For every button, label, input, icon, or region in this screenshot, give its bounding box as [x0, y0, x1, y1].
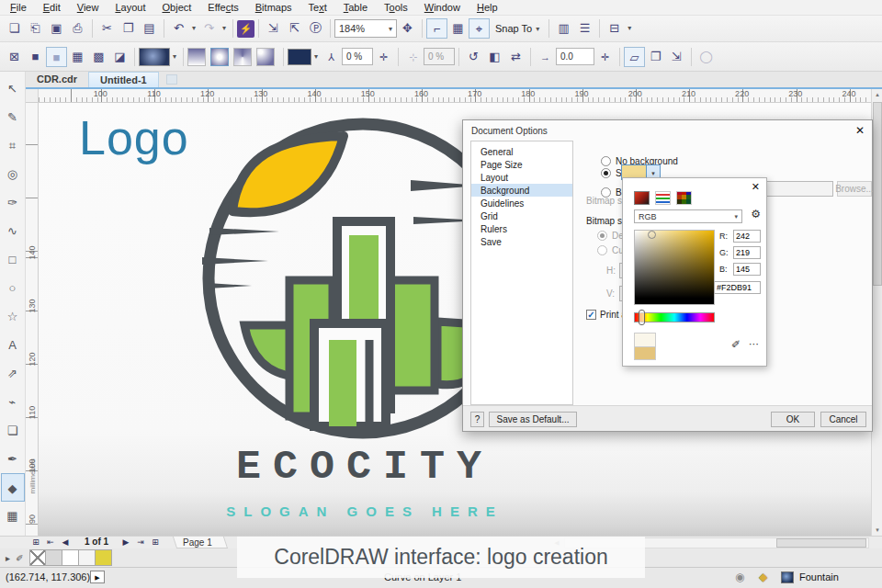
tree-item[interactable]: Save	[471, 235, 572, 248]
r-input[interactable]	[733, 230, 761, 243]
tool-ellipse[interactable]: ○	[1, 274, 25, 302]
palette-swatch[interactable]	[46, 549, 62, 566]
tree-item[interactable]: Page Size	[471, 158, 572, 171]
elliptical-fountain-button[interactable]	[210, 48, 229, 66]
node-color-swatch[interactable]	[288, 49, 311, 65]
no-color-swatch[interactable]	[29, 549, 46, 566]
custom-size-radio[interactable]	[597, 245, 607, 255]
menu-item[interactable]: Bitmaps	[247, 1, 300, 14]
tree-item[interactable]: Background	[471, 184, 572, 197]
horizontal-scroll-thumb[interactable]	[776, 538, 866, 548]
tool-interactive-fill[interactable]: ◆	[1, 473, 25, 502]
texture-fill-button[interactable]: ▩	[88, 47, 109, 67]
color-field-cursor[interactable]	[648, 231, 656, 239]
help-button[interactable]: ?	[470, 412, 484, 427]
color-proof-icon[interactable]: ◉	[735, 571, 744, 583]
tab-cdr[interactable]: CDR.cdr	[26, 72, 88, 87]
zoom-level-combo[interactable]: 184% ▾	[334, 19, 397, 38]
hue-slider-handle[interactable]	[639, 310, 645, 325]
copy-button[interactable]: ❐	[118, 18, 139, 39]
menu-item[interactable]: View	[69, 1, 107, 14]
fill-picker-preview[interactable]	[139, 48, 170, 66]
add-page-start-button[interactable]: ⊞	[29, 537, 42, 548]
menu-item[interactable]: Window	[416, 1, 469, 14]
hex-input[interactable]	[714, 281, 761, 294]
cancel-button[interactable]: Cancel	[820, 412, 866, 427]
dialog-close-icon[interactable]: ✕	[855, 124, 865, 137]
pattern-fill-button[interactable]: ▦	[67, 47, 88, 67]
rotate-fill-button[interactable]: ↺	[463, 47, 484, 67]
object-properties-button[interactable]: ☰	[574, 18, 595, 39]
reverse-fill-button[interactable]: ⇄	[505, 47, 526, 67]
show-guidelines-toggle[interactable]: ⌖	[469, 18, 490, 39]
no-background-radio[interactable]	[601, 156, 611, 166]
menu-item[interactable]: Help	[469, 1, 506, 14]
tool-pick[interactable]: ↖	[1, 74, 25, 103]
tree-item[interactable]: Guidelines	[471, 197, 572, 209]
free-scale-skew-button[interactable]: ▱	[624, 47, 645, 67]
save-as-default-button[interactable]: Save as Default...	[489, 412, 577, 427]
ok-button[interactable]: OK	[771, 412, 815, 427]
app-launcher-icon[interactable]: ⚡	[237, 20, 254, 38]
import-button[interactable]: ⇲	[263, 18, 284, 39]
last-page-button[interactable]: ⇥	[134, 537, 147, 548]
postscript-fill-button[interactable]: ◪	[109, 47, 130, 67]
fountain-fill-button[interactable]: ■	[46, 47, 67, 67]
hue-slider[interactable]	[634, 312, 715, 322]
browse-button[interactable]: Browse...	[837, 181, 872, 197]
tool-polygon[interactable]: ☆	[1, 302, 25, 331]
undo-button[interactable]: ↶	[168, 18, 189, 39]
open-button[interactable]: ⎗	[25, 18, 46, 39]
edit-fill-button[interactable]: ◧	[484, 47, 505, 67]
new-document-button[interactable]: ❏	[4, 18, 25, 39]
status-flyout-button[interactable]: ▶	[90, 571, 105, 583]
tool-crop[interactable]: ⌗	[1, 131, 25, 160]
uniform-fill-button[interactable]: ■	[25, 47, 46, 67]
blend-stepper[interactable]: ✛	[594, 47, 616, 67]
node-color-dropdown[interactable]: ▾	[311, 47, 321, 67]
smear-button[interactable]: ⇲	[666, 47, 687, 67]
menu-item[interactable]: Layout	[107, 1, 153, 14]
print-button[interactable]: ⎙	[67, 18, 88, 39]
previous-page-button[interactable]: ◀	[59, 537, 72, 548]
tree-item[interactable]: Grid	[471, 209, 572, 222]
show-rulers-toggle[interactable]: ⌐	[426, 18, 447, 39]
publish-pdf-button[interactable]: Ⓟ	[305, 18, 326, 39]
add-page-end-button[interactable]: ⊞	[149, 537, 162, 548]
g-input[interactable]	[733, 246, 761, 259]
menu-item[interactable]: Table	[335, 1, 376, 14]
tool-mesh-fill[interactable]: ▦	[1, 502, 25, 530]
solid-radio[interactable]	[601, 168, 611, 178]
next-page-button[interactable]: ▶	[119, 537, 132, 548]
color-viewers-tab[interactable]	[634, 191, 650, 205]
fill-preview-swatch[interactable]	[781, 571, 794, 583]
blend-direction-field[interactable]: 0.0	[556, 48, 594, 65]
tool-text[interactable]: A	[1, 331, 25, 359]
palette-eyedropper-icon[interactable]: ✐	[14, 553, 26, 563]
menu-item[interactable]: Edit	[35, 1, 69, 14]
scroll-up-arrow[interactable]: ▴	[872, 89, 882, 100]
vertical-ruler[interactable]: millimeters 14013012011010090	[26, 103, 39, 536]
color-palettes-tab[interactable]	[676, 191, 692, 205]
export-button[interactable]: ⇱	[284, 18, 305, 39]
more-options-icon[interactable]: ⋯	[749, 338, 759, 350]
no-fill-button[interactable]: ⊠	[4, 47, 25, 67]
horizontal-ruler[interactable]: 1001101201301401501601701801902002102202…	[39, 89, 871, 103]
color-model-combo[interactable]: RGB ▾	[634, 209, 742, 223]
menu-item[interactable]: Effects	[199, 1, 246, 14]
redo-button[interactable]: ↷	[198, 18, 220, 39]
bitmap-source-field[interactable]	[763, 181, 833, 197]
conical-fountain-button[interactable]	[233, 48, 252, 66]
page-tab[interactable]: Page 1	[173, 537, 228, 548]
palette-expand-icon[interactable]: ▸	[2, 553, 14, 563]
copy-fill-properties-button[interactable]: ❐	[645, 47, 666, 67]
tool-shape[interactable]: ✎	[1, 103, 25, 131]
snap-to-dropdown[interactable]: Snap To ▾	[490, 18, 545, 39]
tool-drop-shadow[interactable]: ❏	[1, 416, 25, 445]
tree-item[interactable]: Layout	[471, 171, 572, 184]
linear-fountain-button[interactable]	[187, 48, 206, 66]
node-transparency-field[interactable]: 0 %	[342, 48, 373, 65]
tab-untitled-1[interactable]: Untitled-1	[88, 72, 159, 87]
save-button[interactable]: ▣	[46, 18, 67, 39]
ruler-corner[interactable]	[26, 89, 39, 103]
